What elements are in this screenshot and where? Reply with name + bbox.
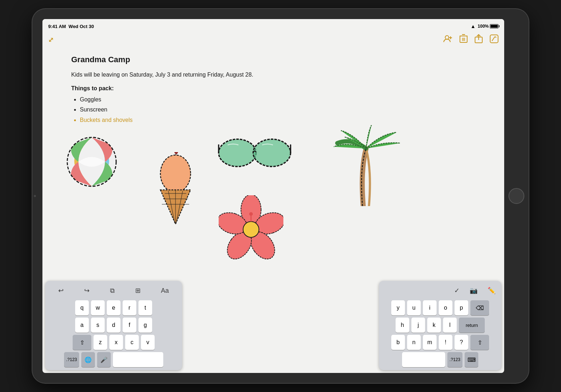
- key-n[interactable]: n: [407, 335, 421, 350]
- svg-point-40: [249, 212, 253, 216]
- ipad-screen: 9:41 AM Wed Oct 30 ▲ 100% ⤢: [42, 19, 504, 373]
- edit-icon[interactable]: [490, 35, 498, 45]
- add-person-icon[interactable]: [443, 34, 452, 46]
- key-j[interactable]: j: [411, 318, 425, 333]
- pen-icon[interactable]: ✏️: [485, 285, 498, 296]
- key-hide-keyboard[interactable]: ⌨: [465, 352, 478, 367]
- home-button[interactable]: [508, 188, 524, 204]
- copy-icon[interactable]: ⧉: [107, 286, 118, 296]
- key-w[interactable]: w: [91, 300, 105, 315]
- svg-point-0: [445, 36, 449, 39]
- key-q[interactable]: q: [75, 300, 89, 315]
- list-item: Sunscreen: [80, 105, 475, 115]
- check-icon[interactable]: ✓: [451, 285, 462, 296]
- keyboard-row-right-2: h j k l return: [382, 318, 498, 333]
- status-time: 9:41 AM Wed Oct 30: [48, 24, 94, 29]
- beach-ball-sticker: [64, 134, 120, 190]
- note-toolbar: ⤢: [42, 32, 504, 48]
- toolbar-left: ⤢: [48, 36, 54, 44]
- keyboard-row-1: q w e r t: [48, 300, 179, 315]
- key-shift-right[interactable]: ⇧: [470, 335, 489, 350]
- flower-sticker: [219, 195, 283, 264]
- keyboard-row-2: a s d f g: [48, 318, 179, 333]
- camera-dot: [34, 195, 36, 197]
- key-k[interactable]: k: [427, 318, 441, 333]
- sunglasses-sticker: [215, 134, 294, 170]
- key-space-right[interactable]: [402, 352, 445, 367]
- svg-line-13: [495, 37, 496, 37]
- key-m[interactable]: m: [423, 335, 437, 350]
- key-g[interactable]: g: [138, 318, 152, 333]
- key-e[interactable]: e: [107, 300, 120, 315]
- note-body: Kids will be leaving on Saturday, July 3…: [71, 70, 475, 79]
- battery-fill: [491, 25, 498, 28]
- collapse-icon[interactable]: ⤢: [48, 36, 54, 44]
- keyboard-row-right-1: y u i o p ⌫: [382, 300, 498, 315]
- share-icon[interactable]: [475, 34, 483, 46]
- note-content: Grandma Camp Kids will be leaving on Sat…: [42, 48, 504, 272]
- table-icon[interactable]: ⊞: [132, 285, 143, 296]
- key-shift[interactable]: ⇧: [73, 335, 91, 350]
- key-question[interactable]: ?: [455, 335, 468, 350]
- undo-icon[interactable]: ↩: [55, 285, 67, 296]
- toolbar-right: [443, 34, 498, 46]
- key-o[interactable]: o: [439, 300, 452, 315]
- key-r[interactable]: r: [123, 300, 136, 315]
- list-item: Goggles: [80, 95, 475, 105]
- key-s[interactable]: s: [91, 318, 105, 333]
- keyboard-toolbar-right: ✓ 📷 ✏️: [382, 284, 498, 297]
- format-icon[interactable]: Aa: [158, 286, 172, 296]
- key-y[interactable]: y: [391, 300, 405, 315]
- camera-icon[interactable]: 📷: [467, 285, 480, 296]
- wifi-icon: ▲: [470, 23, 475, 29]
- keyboard-rows-left: q w e r t a s d f g ⇧ z: [48, 300, 179, 367]
- key-exclaim[interactable]: !: [439, 335, 452, 350]
- keyboard-row-right-4: .?123 ⌨: [382, 352, 498, 367]
- svg-point-17: [174, 152, 178, 154]
- key-u[interactable]: u: [407, 300, 421, 315]
- note-title: Grandma Camp: [71, 55, 475, 64]
- key-t[interactable]: t: [138, 300, 152, 315]
- keyboard-row-4: .?123 🌐 🎤: [48, 352, 179, 367]
- keyboard-toolbar-left: ↩ ↪ ⧉ ⊞ Aa: [48, 284, 179, 297]
- ipad-frame: 9:41 AM Wed Oct 30 ▲ 100% ⤢: [32, 9, 529, 383]
- keyboard-left: ↩ ↪ ⧉ ⊞ Aa q w e r t a: [45, 281, 182, 370]
- key-h[interactable]: h: [396, 318, 409, 333]
- status-right: ▲ 100%: [470, 23, 498, 29]
- key-a[interactable]: a: [75, 318, 89, 333]
- key-z[interactable]: z: [94, 335, 107, 350]
- keyboard-row-right-3: b n m ! ? ⇧: [382, 335, 498, 350]
- key-x[interactable]: x: [109, 335, 123, 350]
- keyboards-container: ↩ ↪ ⧉ ⊞ Aa q w e r t a: [42, 272, 504, 373]
- key-globe[interactable]: 🌐: [81, 352, 95, 367]
- redo-icon[interactable]: ↪: [81, 285, 92, 296]
- key-i[interactable]: i: [423, 300, 437, 315]
- key-v[interactable]: v: [141, 335, 155, 350]
- key-mic[interactable]: 🎤: [97, 352, 111, 367]
- key-numbers-left[interactable]: .?123: [64, 352, 79, 367]
- palm-tree-sticker: [330, 123, 402, 206]
- battery-container: 100%: [478, 24, 498, 29]
- keyboard-row-3: ⇧ z x c v: [48, 335, 179, 350]
- key-l[interactable]: l: [443, 318, 457, 333]
- svg-line-12: [492, 37, 495, 41]
- stickers-area: [42, 120, 504, 272]
- svg-rect-11: [490, 35, 498, 43]
- battery-icon: [490, 24, 498, 28]
- keyboard-right: ✓ 📷 ✏️ y u i o p ⌫ h j: [379, 281, 501, 370]
- trash-icon[interactable]: [460, 34, 468, 46]
- key-f[interactable]: f: [123, 318, 136, 333]
- key-numbers-right[interactable]: .?123: [447, 352, 462, 367]
- key-p[interactable]: p: [455, 300, 468, 315]
- key-return[interactable]: return: [459, 318, 485, 333]
- key-b[interactable]: b: [391, 335, 405, 350]
- keyboard-rows-right: y u i o p ⌫ h j k l return: [382, 300, 498, 367]
- key-space-left[interactable]: [113, 352, 163, 367]
- key-c[interactable]: c: [125, 335, 139, 350]
- ice-cream-sticker: [154, 152, 197, 228]
- status-bar: 9:41 AM Wed Oct 30 ▲ 100%: [42, 19, 504, 32]
- key-d[interactable]: d: [107, 318, 120, 333]
- note-subheading: Things to pack:: [71, 85, 475, 92]
- key-backspace[interactable]: ⌫: [470, 300, 489, 315]
